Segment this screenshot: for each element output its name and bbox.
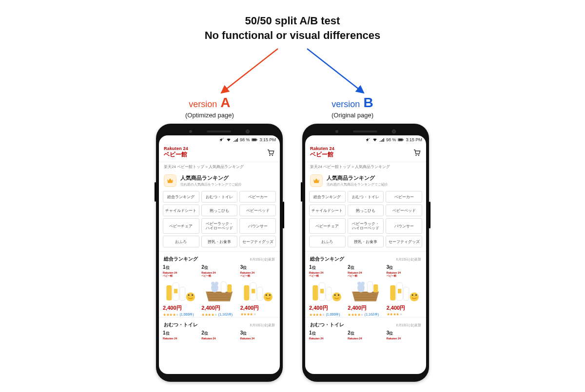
svg-rect-9	[180, 287, 185, 300]
product-brand: Rakuten 24	[201, 337, 237, 340]
category-chip[interactable]: おふろ	[309, 236, 346, 247]
svg-rect-25	[252, 289, 255, 294]
product-card[interactable]: 1位 Rakuten 24ベビー館 2,400円 ★★★★★ (1,000件)	[309, 264, 345, 317]
svg-point-59	[415, 295, 417, 296]
rank-number: 1位	[163, 330, 198, 336]
product-brand: Rakuten 24	[348, 337, 383, 340]
product-card[interactable]: 2位 Rakuten 24ベビー館 2,400円 ★★★★★ (1,162件)	[348, 264, 383, 317]
clock-text: 3:15 PM	[259, 137, 276, 142]
category-chip[interactable]: バウンサー	[386, 218, 422, 234]
category-chip[interactable]: おむつ・トイレ	[348, 191, 384, 203]
category-chip[interactable]: 総合ランキング	[163, 191, 199, 203]
svg-point-27	[263, 293, 272, 301]
category-chip[interactable]: ベビーラック・ ハイローベッド	[348, 218, 384, 234]
version-b-word: version	[332, 99, 360, 109]
svg-rect-39	[326, 287, 332, 300]
cart-icon[interactable]	[266, 148, 275, 157]
brand[interactable]: Rakuten 24 ベビー館	[164, 146, 188, 159]
headline-line2: No functional or visual differences	[0, 28, 585, 43]
version-b-letter: B	[363, 95, 373, 110]
ranking-header: 人気商品ランキング 売れ筋の人気商品をランキングでご紹介	[305, 171, 426, 189]
brand[interactable]: Rakuten 24 ベビー館	[310, 146, 334, 159]
section-date: 6月10日(金)更新	[396, 257, 421, 262]
wifi-icon	[226, 137, 231, 142]
rank-row: 1位 Rakuten 24ベビー館 2,400円 ★★★★★ (1,000件) …	[305, 263, 426, 317]
product-card[interactable]: 2位 Rakuten 24	[348, 330, 383, 340]
product-card[interactable]: 1位 Rakuten 24	[309, 330, 345, 340]
breadcrumb[interactable]: 楽天24 ベビー館トップ > 人気商品ランキング	[159, 162, 280, 171]
brand-sub: ベビー館	[310, 150, 334, 159]
label-version-b: version B (Original page)	[332, 95, 373, 119]
category-chip[interactable]: おむつ・トイレ	[201, 191, 238, 203]
product-brand: Rakuten 24	[240, 337, 276, 340]
svg-point-28	[265, 295, 267, 296]
section-title: 総合ランキング	[164, 256, 198, 262]
review-count: (1,000件)	[180, 312, 194, 317]
svg-point-41	[334, 295, 336, 296]
category-chip[interactable]: ベビーチェア	[309, 218, 346, 234]
svg-point-5	[272, 155, 273, 156]
category-chip[interactable]: セーフティグッズ	[239, 236, 276, 247]
category-chip[interactable]: 授乳・お食事	[348, 236, 384, 247]
version-a-word: version	[189, 99, 217, 109]
svg-point-29	[269, 295, 271, 296]
rank-number: 1位	[309, 264, 345, 270]
category-chip[interactable]: 抱っこひも	[201, 205, 238, 216]
status-bar: 98 % 3:15 PM	[159, 135, 280, 144]
headline: 50/50 split A/B test No functional or vi…	[0, 0, 585, 42]
product-card[interactable]: 2位 Rakuten 24ベビー館 2,400円 ★★★★★ (1,162件)	[201, 264, 237, 317]
stars-icon: ★★★★★	[348, 313, 364, 317]
rating: ★★★★★ (1,000件)	[163, 312, 198, 317]
category-chip[interactable]: ベビーベッド	[239, 205, 276, 216]
category-chip[interactable]: チャイルドシート	[309, 205, 346, 216]
signal-icon	[233, 137, 238, 142]
product-card[interactable]: 3位 Rakuten 24ベビー館 2,400円 ★★★★★	[387, 264, 422, 317]
category-chip[interactable]: おふろ	[163, 236, 199, 247]
product-card[interactable]: 3位 Rakuten 24	[387, 330, 422, 340]
category-chip[interactable]: 授乳・お食事	[201, 236, 238, 247]
svg-point-11	[188, 295, 190, 296]
wifi-icon	[372, 137, 377, 142]
review-count: (1,162件)	[218, 312, 233, 317]
product-price: 2,400円	[163, 304, 198, 312]
rating: ★★★★★ (1,162件)	[348, 312, 383, 317]
category-chip[interactable]: セーフティグッズ	[386, 236, 422, 247]
review-count: (1,000件)	[326, 312, 340, 317]
product-card[interactable]: 1位 Rakuten 24	[163, 330, 198, 340]
product-card[interactable]: 3位 Rakuten 24	[240, 330, 276, 340]
clock-text: 3:15 PM	[406, 137, 422, 142]
product-price: 2,400円	[201, 304, 237, 312]
section-title: おむつ・トイレ	[310, 321, 344, 328]
category-chip[interactable]: ベビーカー	[239, 191, 276, 203]
mute-icon	[366, 137, 370, 142]
arrows-diagram	[0, 44, 585, 102]
svg-point-35	[418, 155, 419, 156]
product-image	[201, 277, 237, 302]
category-chip[interactable]: ベビーラック・ ハイローベッド	[201, 218, 238, 234]
category-chip[interactable]: ベビーベッド	[386, 205, 422, 216]
breadcrumb[interactable]: 楽天24 ベビー館トップ > 人気商品ランキング	[305, 162, 426, 171]
category-chip[interactable]: ベビーチェア	[163, 218, 199, 234]
svg-point-42	[338, 295, 339, 296]
category-chip[interactable]: 抱っこひも	[348, 205, 384, 216]
cart-icon[interactable]	[412, 148, 421, 157]
category-chip[interactable]: バウンサー	[239, 218, 276, 234]
category-chip[interactable]: ベビーカー	[386, 191, 422, 203]
product-card[interactable]: 1位 Rakuten 24ベビー館 2,400円 ★★★★★ (1,000件)	[163, 264, 198, 317]
rank-row: 1位 Rakuten 24ベビー館 2,400円 ★★★★★ (1,000件) …	[159, 263, 280, 317]
svg-rect-3	[257, 139, 257, 141]
stars-icon: ★★★★★	[240, 312, 256, 317]
product-card[interactable]: 2位 Rakuten 24	[201, 330, 237, 340]
section-header: 総合ランキング 6月10日(金)更新	[305, 251, 426, 263]
rank-number: 2位	[201, 330, 237, 336]
app-header: Rakuten 24 ベビー館	[159, 144, 280, 162]
section-date: 6月10日(金)更新	[250, 257, 275, 262]
product-card[interactable]: 3位 Rakuten 24ベビー館 2,400円 ★★★★★	[240, 264, 276, 317]
section-title: 総合ランキング	[310, 256, 344, 262]
category-chip[interactable]: チャイルドシート	[163, 205, 199, 216]
headline-line1: 50/50 split A/B test	[0, 14, 585, 28]
svg-point-40	[332, 293, 341, 301]
svg-point-20	[215, 282, 218, 285]
svg-rect-52	[373, 284, 378, 292]
category-chip[interactable]: 総合ランキング	[309, 191, 346, 203]
